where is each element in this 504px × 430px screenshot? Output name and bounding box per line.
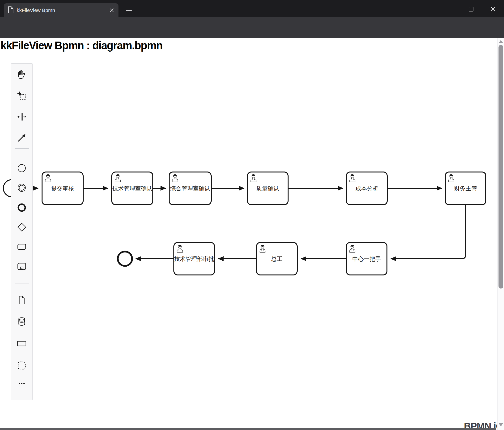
- tab-title: kkFileView Bpmn: [17, 7, 108, 13]
- user-task[interactable]: 提交审核: [42, 172, 83, 205]
- horizontal-scrollbar-thumb[interactable]: [0, 428, 496, 430]
- scroll-down-icon[interactable]: [499, 423, 503, 426]
- bpmn-palette: [11, 63, 33, 400]
- space-tool-icon[interactable]: [16, 111, 27, 122]
- task-label: 财务主管: [454, 185, 477, 192]
- create-subprocess-icon[interactable]: [16, 261, 27, 272]
- user-task[interactable]: 财务主管: [445, 172, 486, 205]
- create-task-icon[interactable]: [16, 241, 27, 252]
- tab-close-icon[interactable]: [108, 6, 116, 15]
- palette-separator: [15, 148, 29, 149]
- create-data-object-icon[interactable]: [16, 295, 27, 305]
- palette-more-icon[interactable]: [16, 378, 27, 389]
- lasso-tool-icon[interactable]: [16, 90, 27, 101]
- window-maximize-button[interactable]: [464, 4, 478, 14]
- user-task[interactable]: 技术管理室确认: [112, 172, 153, 205]
- tab-strip: kkFileView Bpmn: [0, 0, 504, 17]
- palette-separator: [15, 284, 29, 284]
- hand-tool-icon[interactable]: [16, 69, 27, 80]
- preview-page: 提交审核 技术管理室确认 综合管理室确认 质量确认 成本分析: [0, 38, 504, 430]
- user-task[interactable]: 综合管理室确认: [169, 172, 211, 205]
- end-event[interactable]: [118, 251, 132, 266]
- task-label: 技术管理部审批: [174, 256, 214, 262]
- create-start-event-icon[interactable]: [16, 163, 27, 174]
- scroll-up-icon[interactable]: [499, 40, 503, 43]
- create-end-event-icon[interactable]: [16, 202, 27, 213]
- task-label: 技术管理室确认: [112, 185, 153, 192]
- window-minimize-button[interactable]: [442, 4, 456, 14]
- task-label: 综合管理室确认: [170, 185, 210, 192]
- user-task[interactable]: 技术管理部审批: [174, 242, 215, 275]
- user-task[interactable]: 中心一把手: [346, 242, 387, 275]
- create-group-icon[interactable]: [16, 360, 27, 371]
- window-close-button[interactable]: [486, 4, 500, 14]
- task-label: 中心一把手: [352, 256, 381, 262]
- new-tab-button[interactable]: [124, 6, 134, 15]
- task-label: 提交审核: [51, 185, 74, 192]
- user-task[interactable]: 成本分析: [346, 172, 387, 205]
- sequence-flow[interactable]: [391, 205, 466, 259]
- create-data-store-icon[interactable]: [16, 316, 27, 327]
- vertical-scrollbar[interactable]: [497, 38, 504, 430]
- browser-toolbar: https://file.kkview.cn/onlinePreview?url…: [0, 17, 504, 38]
- page-title: kkFileView Bpmn : diagram.bpmn: [0, 39, 162, 52]
- user-task[interactable]: 总工: [257, 242, 297, 275]
- page-document-icon: [8, 6, 14, 14]
- create-participant-icon[interactable]: [16, 338, 27, 349]
- create-gateway-icon[interactable]: [16, 222, 27, 233]
- bpmn-canvas[interactable]: 提交审核 技术管理室确认 综合管理室确认 质量确认 成本分析: [0, 38, 504, 430]
- browser-tab[interactable]: kkFileView Bpmn: [4, 3, 118, 17]
- create-intermediate-event-icon[interactable]: [16, 182, 27, 193]
- browser-chrome: kkFileView Bpmn: [0, 0, 504, 38]
- vertical-scrollbar-thumb[interactable]: [498, 45, 503, 289]
- global-connect-tool-icon[interactable]: [16, 132, 27, 143]
- task-label: 成本分析: [355, 185, 378, 192]
- user-task[interactable]: 质量确认: [247, 172, 288, 205]
- task-label: 质量确认: [256, 185, 279, 192]
- task-label: 总工: [271, 256, 283, 262]
